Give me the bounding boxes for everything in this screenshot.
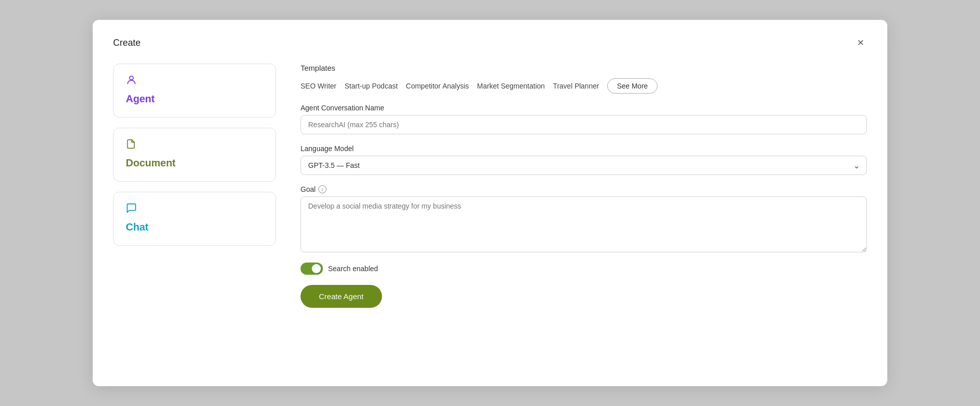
- search-enabled-row: Search enabled: [301, 263, 867, 275]
- template-competitor-analysis[interactable]: Competitor Analysis: [406, 82, 469, 90]
- left-panel: Agent Document: [113, 64, 276, 370]
- goal-field: Goal i: [301, 185, 867, 252]
- agent-icon: [126, 74, 263, 88]
- document-icon: [126, 138, 263, 152]
- templates-section: Templates SEO Writer Start-up Podcast Co…: [301, 64, 867, 94]
- template-travel-planner[interactable]: Travel Planner: [553, 82, 600, 90]
- conversation-name-field: Agent Conversation Name: [301, 104, 867, 134]
- templates-label: Templates: [301, 64, 867, 72]
- document-label: Document: [126, 157, 263, 169]
- goal-info-icon[interactable]: i: [318, 185, 326, 193]
- goal-label: Goal i: [301, 185, 867, 193]
- create-modal: Create × Agent: [93, 20, 887, 386]
- conversation-name-input[interactable]: [301, 115, 867, 134]
- conversation-name-label: Agent Conversation Name: [301, 104, 867, 112]
- modal-header: Create ×: [113, 36, 867, 49]
- templates-list: SEO Writer Start-up Podcast Competitor A…: [301, 78, 867, 94]
- template-startup-podcast[interactable]: Start-up Podcast: [345, 82, 398, 90]
- modal-body: Agent Document: [113, 64, 867, 370]
- search-enabled-toggle[interactable]: [301, 263, 323, 275]
- see-more-button[interactable]: See More: [607, 78, 658, 94]
- modal-title: Create: [113, 38, 141, 48]
- svg-point-0: [129, 76, 133, 80]
- agent-label: Agent: [126, 93, 263, 105]
- language-model-label: Language Model: [301, 144, 867, 153]
- document-card[interactable]: Document: [113, 128, 276, 182]
- language-model-field: Language Model GPT-3.5 — Fast GPT-4 — Po…: [301, 144, 867, 175]
- search-enabled-label: Search enabled: [328, 265, 378, 273]
- modal-overlay: Create × Agent: [0, 0, 980, 406]
- chat-card[interactable]: Chat: [113, 192, 276, 246]
- right-panel: Templates SEO Writer Start-up Podcast Co…: [301, 64, 867, 370]
- agent-card[interactable]: Agent: [113, 64, 276, 118]
- close-button[interactable]: ×: [854, 36, 867, 49]
- create-agent-button[interactable]: Create Agent: [301, 285, 382, 308]
- goal-textarea[interactable]: [301, 196, 867, 252]
- toggle-thumb: [312, 264, 321, 273]
- template-market-segmentation[interactable]: Market Segmentation: [477, 82, 545, 90]
- chat-label: Chat: [126, 221, 263, 233]
- language-model-select-wrapper: GPT-3.5 — Fast GPT-4 — Powerful Claude 3…: [301, 156, 867, 175]
- template-seo-writer[interactable]: SEO Writer: [301, 82, 337, 90]
- chat-icon: [126, 202, 263, 216]
- language-model-select[interactable]: GPT-3.5 — Fast GPT-4 — Powerful Claude 3…: [301, 156, 867, 175]
